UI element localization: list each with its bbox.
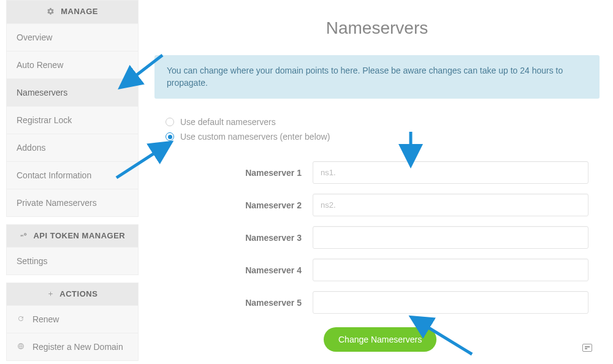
sidebar-header-label: ACTIONS: [59, 289, 97, 298]
sidebar-header-manage: MANAGE: [7, 1, 138, 23]
nameserver-form: Nameserver 1 Nameserver 2 Nameserver 3 N…: [147, 156, 607, 357]
sidebar-item-label: Register a New Domain: [32, 342, 123, 352]
radio-label: Use custom nameservers (enter below): [180, 132, 330, 142]
sidebar-item-label: Addons: [17, 143, 45, 153]
form-label: Nameserver 2: [233, 200, 313, 210]
sidebar-item-label: Auto Renew: [17, 60, 63, 70]
radio-label: Use default nameservers: [180, 117, 276, 127]
form-label: Nameserver 3: [233, 233, 313, 243]
globe-icon: [17, 342, 25, 352]
sidebar-item-label: Contact Information: [17, 170, 91, 180]
radio-default-nameservers[interactable]: Use default nameservers: [147, 115, 607, 129]
main-content: Nameservers You can change where your do…: [147, 0, 607, 357]
nameserver-3-input[interactable]: [313, 226, 588, 249]
submit-row: Change Nameservers: [147, 319, 607, 357]
sidebar-item-register-new-domain[interactable]: Register a New Domain: [7, 333, 138, 360]
sidebar-item-label: Nameservers: [17, 88, 67, 97]
sidebar-header-api: API TOKEN MANAGER: [7, 225, 138, 248]
nameserver-5-input[interactable]: [313, 291, 588, 314]
sidebar-item-label: Overview: [17, 32, 52, 42]
sidebar-item-addons[interactable]: Addons: [7, 134, 138, 161]
sidebar-item-api-settings[interactable]: Settings: [7, 247, 138, 275]
change-nameservers-button[interactable]: Change Nameservers: [324, 327, 436, 352]
form-row: Nameserver 5: [147, 286, 607, 319]
page-title: Nameservers: [147, 0, 607, 53]
nameserver-2-input[interactable]: [313, 194, 588, 216]
form-label: Nameserver 5: [233, 298, 313, 308]
sidebar-header-actions: ACTIONS: [7, 283, 138, 305]
sidebar-group-api: API TOKEN MANAGER Settings: [6, 224, 139, 276]
sidebar-item-renew[interactable]: Renew: [7, 305, 138, 333]
sidebar-item-private-nameservers[interactable]: Private Nameservers: [7, 189, 138, 216]
sidebar-item-overview[interactable]: Overview: [7, 23, 138, 51]
sidebar-item-nameservers[interactable]: Nameservers: [7, 78, 138, 106]
radio-custom-nameservers[interactable]: Use custom nameservers (enter below): [147, 129, 607, 144]
form-row: Nameserver 3: [147, 221, 607, 254]
sidebar-group-actions: ACTIONS Renew Register a New Domain: [6, 282, 139, 361]
form-label: Nameserver 1: [233, 168, 313, 178]
info-banner: You can change where your domain points …: [154, 55, 600, 99]
sidebar-item-label: Private Nameservers: [17, 198, 97, 208]
sidebar-header-label: MANAGE: [61, 7, 98, 16]
sidebar-item-label: Registrar Lock: [17, 115, 72, 125]
radio-icon: [166, 132, 174, 141]
sidebar-header-label: API TOKEN MANAGER: [33, 231, 125, 240]
sidebar-item-auto-renew[interactable]: Auto Renew: [7, 51, 138, 78]
sidebar-item-label: Settings: [17, 256, 48, 266]
card-icon: [582, 344, 592, 352]
radio-icon: [166, 118, 174, 126]
key-icon: [20, 231, 28, 241]
plus-icon: [47, 290, 54, 299]
sidebar-item-contact-information[interactable]: Contact Information: [7, 161, 138, 189]
gear-icon: [47, 7, 55, 17]
form-row: Nameserver 2: [147, 189, 607, 221]
sidebar: MANAGE Overview Auto Renew Nameservers R…: [6, 0, 139, 364]
form-label: Nameserver 4: [233, 265, 313, 275]
sidebar-item-registrar-lock[interactable]: Registrar Lock: [7, 106, 138, 134]
sidebar-group-manage: MANAGE Overview Auto Renew Nameservers R…: [6, 0, 139, 217]
form-row: Nameserver 1: [147, 156, 607, 189]
refresh-icon: [17, 314, 25, 324]
nameserver-1-input[interactable]: [313, 161, 588, 184]
nameserver-4-input[interactable]: [313, 259, 588, 281]
form-row: Nameserver 4: [147, 254, 607, 286]
sidebar-item-label: Renew: [32, 314, 59, 324]
